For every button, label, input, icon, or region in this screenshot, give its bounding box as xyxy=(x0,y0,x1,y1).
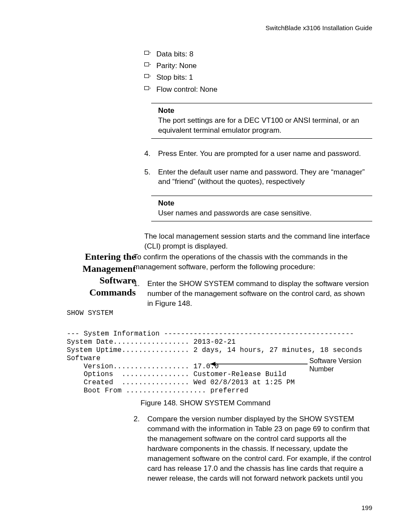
command-input: SHOW SYSTEM xyxy=(67,309,372,317)
bullet-icon xyxy=(144,51,149,55)
note-title: Note xyxy=(158,106,372,116)
note-case-sensitive: Note User names and passwords are case s… xyxy=(151,196,372,221)
page-number: 199 xyxy=(361,504,372,511)
step-4: Press Enter. You are prompted for a user… xyxy=(144,149,372,159)
cli-prompt-paragraph: The local management session starts and … xyxy=(144,232,372,252)
section2-steps-continued: Compare the version number displayed by … xyxy=(134,414,372,492)
header-guide-title: SwitchBlade x3106 Installation Guide xyxy=(265,24,372,31)
step-text: Compare the version number displayed by … xyxy=(147,415,371,482)
list-item: Parity: None xyxy=(144,60,372,72)
bullet-icon xyxy=(144,74,149,78)
list-item-text: Stop bits: 1 xyxy=(156,73,193,81)
figure-caption: Figure 148. SHOW SYSTEM Command xyxy=(0,399,411,408)
step-text: Press Enter. You are prompted for a user… xyxy=(158,149,361,158)
step-5: Enter the default user name and password… xyxy=(144,168,372,187)
bullet-icon xyxy=(144,62,149,66)
section2-step-list-2: Compare the version number displayed by … xyxy=(134,414,372,484)
section2-step-1: Enter the SHOW SYSTEM command to display… xyxy=(134,279,372,309)
bullet-icon xyxy=(144,86,149,90)
svg-marker-1 xyxy=(210,362,215,366)
section2-body: To confirm the operations of the chassis… xyxy=(134,252,372,317)
note-body: The port settings are for a DEC VT100 or… xyxy=(158,116,372,136)
procedure-steps-continued: Press Enter. You are prompted for a user… xyxy=(144,149,372,187)
callout-arrow-icon xyxy=(203,361,312,367)
callout-label-software-version: Software Version Number xyxy=(309,357,378,373)
list-item: Flow control: None xyxy=(144,84,372,95)
serial-settings-list: Data bits: 8 Parity: None Stop bits: 1 F… xyxy=(144,48,372,95)
list-item-text: Flow control: None xyxy=(156,85,218,93)
step-text: Enter the default user name and password… xyxy=(158,168,365,186)
section2-intro-text: To confirm the operations of the chassis… xyxy=(134,252,372,272)
section2-step-2: Compare the version number displayed by … xyxy=(134,414,372,484)
step-text: Enter the SHOW SYSTEM command to display… xyxy=(147,280,369,308)
section-heading-entering-commands: Entering the Management Software Command… xyxy=(65,251,136,298)
note-body: User names and passwords are case sensit… xyxy=(158,208,372,218)
list-item-text: Data bits: 8 xyxy=(156,50,193,58)
note-port-settings: Note The port settings are for a DEC VT1… xyxy=(151,103,372,139)
note-title: Note xyxy=(158,199,372,208)
main-content: Data bits: 8 Parity: None Stop bits: 1 F… xyxy=(144,48,372,260)
list-item-text: Parity: None xyxy=(156,62,197,70)
section2-steps: Enter the SHOW SYSTEM command to display… xyxy=(134,279,372,309)
list-item: Data bits: 8 xyxy=(144,48,372,60)
list-item: Stop bits: 1 xyxy=(144,72,372,83)
